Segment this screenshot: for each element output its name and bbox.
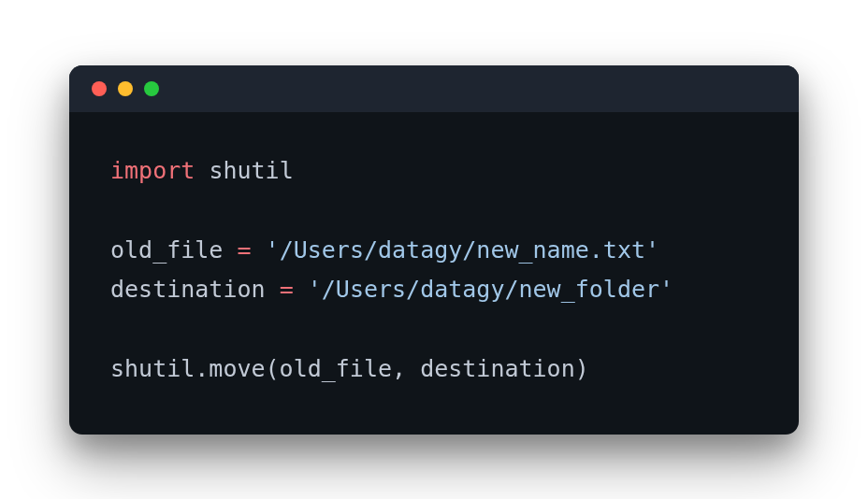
space (195, 157, 209, 184)
close-button[interactable] (92, 81, 107, 96)
titlebar (69, 65, 799, 112)
operator-equals: = (237, 236, 251, 264)
module-name: shutil (209, 157, 293, 184)
maximize-button[interactable] (144, 81, 159, 96)
code-line-6: shutil.move(old_file, destination) (110, 349, 758, 390)
operator-equals: = (280, 276, 294, 303)
code-line-3: old_file = '/Users/datagy/new_name.txt' (110, 231, 758, 271)
code-window: import shutil old_file = '/Users/datagy/… (69, 65, 799, 435)
code-content: import shutil old_file = '/Users/datagy/… (69, 112, 799, 435)
string-literal: '/Users/datagy/new_folder' (308, 276, 673, 303)
minimize-button[interactable] (118, 81, 133, 96)
variable-name: destination (110, 276, 280, 303)
code-line-2-blank (110, 191, 758, 231)
code-line-1: import shutil (110, 151, 758, 192)
code-line-4: destination = '/Users/datagy/new_folder' (110, 270, 758, 310)
string-literal: '/Users/datagy/new_name.txt' (266, 236, 659, 264)
variable-name: old_file (110, 236, 237, 264)
function-call: shutil.move(old_file, destination) (110, 355, 589, 382)
space (294, 276, 308, 303)
space (252, 236, 266, 264)
code-line-5-blank (110, 310, 758, 350)
keyword-import: import (110, 157, 195, 184)
